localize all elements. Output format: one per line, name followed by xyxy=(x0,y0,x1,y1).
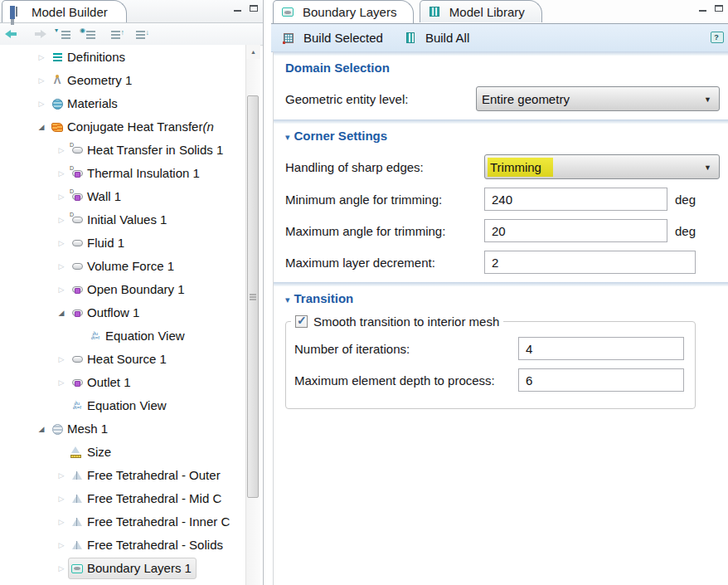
tree-item[interactable]: Mesh 1 xyxy=(0,417,245,440)
tree-item[interactable] xyxy=(0,579,245,585)
expander-icon[interactable] xyxy=(55,278,68,300)
help-icon[interactable] xyxy=(709,31,724,44)
back-icon[interactable] xyxy=(5,27,22,41)
corner-settings-header[interactable]: Corner Settings xyxy=(274,119,728,147)
free-tetrahedral-icon xyxy=(70,539,85,552)
feature-icon xyxy=(70,260,85,273)
expander-icon[interactable] xyxy=(55,301,68,324)
tree-item[interactable]: Free Tetrahedral - Inner C xyxy=(0,509,245,533)
model-builder-panel: Model Builder ▾ ◉ ↑ ↓ Definitions Geomet… xyxy=(0,0,264,585)
section-title: Domain Selection xyxy=(285,61,390,75)
forward-icon[interactable] xyxy=(30,27,46,41)
move-up-icon[interactable]: ↑ xyxy=(104,27,121,41)
chevron-down-icon xyxy=(704,163,711,172)
sharp-edges-row: Handling of sharp edges: Trimming xyxy=(285,154,720,179)
tree-item[interactable]: Equation View xyxy=(0,324,245,347)
expander-icon[interactable] xyxy=(55,162,68,184)
collapse-caret-icon[interactable] xyxy=(285,132,290,142)
tree-item[interactable]: Heat Source 1 xyxy=(0,347,245,370)
conjugate-heat-transfer-icon xyxy=(50,120,65,134)
tree-item[interactable]: Size xyxy=(0,440,245,463)
layer-decrement-input[interactable] xyxy=(484,251,696,274)
tree-item[interactable]: Heat Transfer in Solids 1 xyxy=(0,138,245,161)
build-all-button[interactable]: Build All xyxy=(400,29,473,46)
smooth-transition-legend: Smooth transition to interior mesh xyxy=(291,314,503,329)
expander-icon[interactable] xyxy=(35,92,48,115)
element-depth-row: Maximum element depth to process: xyxy=(294,368,688,392)
collapse-all-icon[interactable]: ▾ xyxy=(55,27,71,41)
max-angle-input[interactable] xyxy=(484,219,667,242)
sharp-edges-select[interactable]: Trimming xyxy=(484,154,720,179)
model-tree: Definitions Geometry 1 Materials Conjuga… xyxy=(0,45,245,585)
tree-item[interactable]: Outflow 1 xyxy=(0,300,245,324)
settings-tabbar: Boundary Layers Model Library xyxy=(271,0,728,24)
model-library-icon xyxy=(427,5,442,18)
maximize-icon[interactable] xyxy=(715,5,723,12)
geometric-entity-select[interactable]: Entire geometry xyxy=(476,86,720,111)
tab-boundary-layers[interactable]: Boundary Layers xyxy=(273,0,414,23)
maximize-icon[interactable] xyxy=(250,5,258,12)
highlighted-value: Trimming xyxy=(488,158,553,177)
tab-model-library[interactable]: Model Library xyxy=(420,0,542,22)
scroll-thumb[interactable] xyxy=(247,95,259,498)
size-icon xyxy=(70,446,85,459)
expander-icon[interactable] xyxy=(55,510,68,533)
expander-icon[interactable] xyxy=(55,255,68,277)
collapse-caret-icon[interactable] xyxy=(285,295,290,305)
build-selected-button[interactable]: Build Selected xyxy=(278,29,386,46)
tree-item[interactable]: Wall 1 xyxy=(0,184,245,207)
scroll-grip xyxy=(250,296,256,298)
tab-model-builder[interactable]: Model Builder xyxy=(2,0,127,22)
scroll-up-icon[interactable] xyxy=(246,45,260,59)
tree-item[interactable]: Fluid 1 xyxy=(0,231,245,254)
tree-item[interactable]: Materials xyxy=(0,91,245,115)
expander-icon[interactable] xyxy=(55,208,68,231)
tree-item[interactable]: Open Boundary 1 xyxy=(0,277,245,300)
minimize-icon[interactable] xyxy=(234,10,241,12)
tree-item[interactable]: Free Tetrahedral - Solids xyxy=(0,533,245,556)
feature-default-purple-icon xyxy=(70,190,85,203)
smooth-transition-checkbox[interactable] xyxy=(295,315,308,328)
feature-default-purple-icon xyxy=(70,167,85,180)
tree-item[interactable]: Boundary Layers 1 xyxy=(0,556,245,579)
expander-icon[interactable] xyxy=(35,417,48,440)
tree-item[interactable]: Thermal Insulation 1 xyxy=(0,161,245,184)
smooth-transition-group: Smooth transition to interior mesh Numbe… xyxy=(285,314,696,409)
show-view-options-icon[interactable]: ◉ xyxy=(80,27,96,41)
transition-header[interactable]: Transition xyxy=(274,282,728,310)
tree-item[interactable]: Free Tetrahedral - Mid C xyxy=(0,486,245,509)
tree-item[interactable]: Definitions xyxy=(0,45,245,68)
feature-purple-icon xyxy=(70,306,85,319)
minimize-icon[interactable] xyxy=(699,10,706,12)
expander-icon[interactable] xyxy=(55,557,68,579)
tree-scrollbar[interactable] xyxy=(245,45,260,585)
geometry-icon xyxy=(50,74,65,87)
move-down-icon[interactable]: ↓ xyxy=(129,27,146,41)
iterations-input[interactable] xyxy=(518,337,684,360)
tree-item[interactable]: Conjugate Heat Transfer (n xyxy=(0,115,245,138)
build-all-icon xyxy=(403,32,418,45)
expander-icon[interactable] xyxy=(55,487,68,509)
expander-icon[interactable] xyxy=(55,185,68,207)
expander-icon[interactable] xyxy=(55,534,68,556)
settings-content: Domain Selection Geometric entity level:… xyxy=(273,51,728,585)
tree-item[interactable]: Volume Force 1 xyxy=(0,254,245,277)
expander-icon[interactable] xyxy=(35,46,48,68)
tree-item[interactable]: Outlet 1 xyxy=(0,370,245,393)
tree-item[interactable]: Geometry 1 xyxy=(0,68,245,91)
expander-icon[interactable] xyxy=(55,232,68,254)
expander-icon[interactable] xyxy=(35,69,48,91)
min-angle-input[interactable] xyxy=(484,188,667,211)
tree-item[interactable]: Free Tetrahedral - Outer xyxy=(0,463,245,486)
model-builder-toolbar: ▾ ◉ ↑ ↓ xyxy=(0,23,263,46)
expander-icon[interactable] xyxy=(55,348,68,370)
element-depth-input[interactable] xyxy=(518,368,684,392)
expander-icon[interactable] xyxy=(55,371,68,393)
expander-icon[interactable] xyxy=(55,139,68,161)
expander-icon[interactable] xyxy=(35,115,48,138)
tree-item[interactable]: Equation View xyxy=(0,393,245,417)
tree-item[interactable]: Initial Values 1 xyxy=(0,207,245,231)
expander-icon[interactable] xyxy=(55,464,68,486)
panel-window-controls xyxy=(234,5,258,12)
unit-label: deg xyxy=(675,193,696,207)
